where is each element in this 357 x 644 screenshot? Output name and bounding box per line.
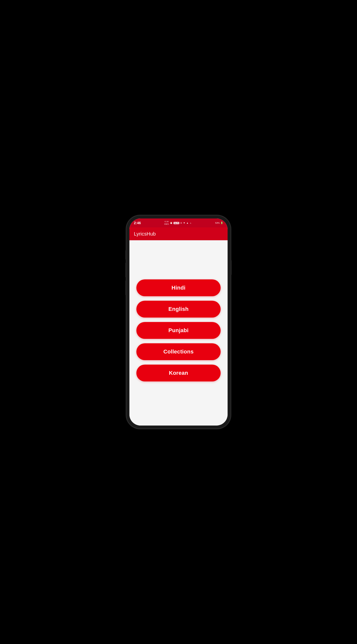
silent-switch xyxy=(125,280,126,295)
network-speed-icon: 0.18KB/S xyxy=(164,220,169,225)
english-button[interactable]: English xyxy=(136,301,221,318)
phone-frame: 2:46 0.18KB/S ⏰ VoLTE ⊖ ▼ ▲ ▲ 53% 🔋 Lyri… xyxy=(126,216,231,428)
battery-percent: 53% xyxy=(215,222,220,224)
minus-icon: ⊖ xyxy=(180,222,182,224)
collections-button[interactable]: Collections xyxy=(136,343,221,360)
status-time: 2:46 xyxy=(134,221,141,225)
punjabi-button[interactable]: Punjabi xyxy=(136,322,221,339)
power-button xyxy=(231,260,232,275)
volume-down-button xyxy=(125,262,126,278)
battery-icon: 🔋 xyxy=(220,222,223,224)
signal2-icon: ▲ xyxy=(189,222,192,224)
status-center-icons: 0.18KB/S ⏰ VoLTE ⊖ ▼ ▲ ▲ xyxy=(164,220,192,225)
volte-icon: VoLTE xyxy=(174,222,179,224)
alarm-icon: ⏰ xyxy=(170,222,173,224)
app-title: LyricsHub xyxy=(134,231,156,237)
phone-screen: 2:46 0.18KB/S ⏰ VoLTE ⊖ ▼ ▲ ▲ 53% 🔋 Lyri… xyxy=(129,218,228,426)
main-content: Hindi English Punjabi Collections Korean xyxy=(129,240,228,420)
app-bar: LyricsHub xyxy=(129,228,228,240)
status-right-icons: 53% 🔋 xyxy=(215,222,223,224)
hindi-button[interactable]: Hindi xyxy=(136,280,221,296)
korean-button[interactable]: Korean xyxy=(136,364,221,382)
wifi-icon: ▼ xyxy=(183,222,185,224)
status-bar: 2:46 0.18KB/S ⏰ VoLTE ⊖ ▼ ▲ ▲ 53% 🔋 xyxy=(129,218,228,228)
volume-up-button xyxy=(125,250,126,260)
bottom-space xyxy=(129,420,228,426)
signal-icon: ▲ xyxy=(186,222,188,224)
